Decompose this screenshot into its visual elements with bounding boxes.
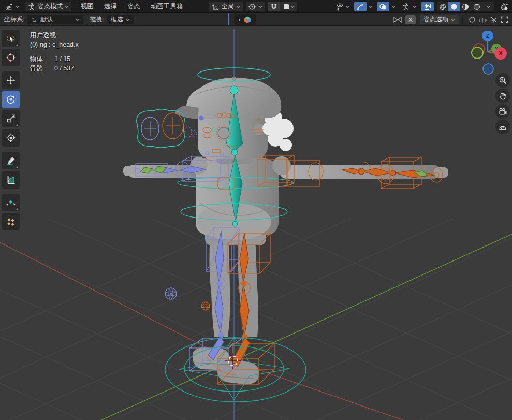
snap-cross-icon[interactable] xyxy=(488,15,499,24)
gizmo-dropdown[interactable] xyxy=(367,2,375,11)
snapping-group xyxy=(268,2,297,11)
armature-display-button[interactable] xyxy=(400,2,418,11)
mode-label: 姿态模式 xyxy=(38,2,63,11)
menu-pose[interactable]: 姿态 xyxy=(122,0,145,13)
viewport-header: 姿态模式 视图 选择 姿态 动画工具箱 全局 xyxy=(0,0,512,13)
tool-keyframe-diamonds[interactable] xyxy=(2,213,20,230)
navigation-gizmo[interactable]: Y Z X xyxy=(464,31,512,76)
svg-text:X: X xyxy=(499,50,503,56)
axis-x-ball[interactable]: X xyxy=(494,47,507,60)
svg-text:Z: Z xyxy=(486,33,490,39)
drag-label: 拖拽: xyxy=(90,15,104,24)
tool-pose-breakdowner[interactable] xyxy=(2,194,20,211)
stat-bones: 骨骼 0 / 537 xyxy=(30,64,79,73)
custom-orientation-icon xyxy=(31,16,38,23)
armature-figure-icon xyxy=(402,3,410,11)
shading-solid-button[interactable] xyxy=(448,2,460,11)
coord-system-value: 默认 xyxy=(40,15,73,24)
pan-button[interactable] xyxy=(495,89,510,103)
transform-orientation-select[interactable]: 全局 xyxy=(209,2,243,11)
shading-mode-group xyxy=(437,2,494,11)
coord-label: 坐标系: xyxy=(4,15,24,24)
tool-transform[interactable] xyxy=(2,129,20,147)
shading-rendered-button[interactable] xyxy=(471,2,482,11)
ortho-toggle-button[interactable] xyxy=(495,120,510,134)
editor-type-icon xyxy=(5,3,13,11)
zoom-button[interactable] xyxy=(495,73,510,88)
snap-target-icon xyxy=(282,3,290,11)
visibility-filter-button[interactable] xyxy=(333,2,352,11)
snap-target-select[interactable] xyxy=(280,2,297,11)
menu-view[interactable]: 视图 xyxy=(76,0,99,13)
shading-rendered-icon xyxy=(473,3,481,11)
region-splitter[interactable] xyxy=(228,13,229,25)
drag-mode-select[interactable]: 框选 xyxy=(107,15,134,24)
3d-scene[interactable] xyxy=(0,26,512,420)
falloff-comb-icon[interactable] xyxy=(477,15,488,24)
axis-neg-y-ball[interactable] xyxy=(472,47,483,59)
shading-wireframe-icon xyxy=(438,3,447,11)
pan-hand-icon xyxy=(499,92,507,100)
separator xyxy=(462,16,463,24)
menu-animation-toolbox[interactable]: 动画工具箱 xyxy=(145,0,188,13)
show-gizmo-toggle[interactable] xyxy=(354,2,367,11)
droplet-button[interactable] xyxy=(498,2,510,11)
pivot-point-select[interactable] xyxy=(246,2,265,11)
overlays-dropdown[interactable] xyxy=(389,2,398,11)
axis-z-ball[interactable]: Z xyxy=(482,31,493,41)
xray-toggle-icon xyxy=(423,3,432,11)
gizmo-toggle-icon xyxy=(356,3,364,11)
camera-view-button[interactable] xyxy=(495,104,510,119)
tool-settings-bar: 坐标系: 默认 拖拽: 框选 › xyxy=(0,13,512,26)
blender-window: 姿态模式 视图 选择 姿态 动画工具箱 全局 xyxy=(0,0,512,420)
coord-system-select[interactable]: 默认 xyxy=(27,15,83,24)
tool-scale[interactable] xyxy=(2,110,20,127)
snap-toggle[interactable] xyxy=(268,2,280,11)
ortho-grid-icon xyxy=(498,123,507,132)
orientation-label: 全局 xyxy=(222,2,234,11)
viewport-nav-buttons xyxy=(495,73,510,134)
active-object-label: (0) rig : c_head.x xyxy=(30,40,79,49)
pose-options-label: 姿态选项 xyxy=(423,15,448,24)
show-overlays-toggle[interactable] xyxy=(377,2,389,11)
spectrum-cube-icon xyxy=(243,16,252,24)
droplet-icon xyxy=(500,3,508,11)
view-perspective-label: 用户透视 xyxy=(30,31,79,40)
menu-bar: 视图 选择 姿态 动画工具箱 xyxy=(76,0,188,13)
tool-cursor[interactable] xyxy=(2,49,20,66)
mode-selector[interactable]: 姿态模式 xyxy=(25,2,71,11)
xray-toggle[interactable] xyxy=(421,2,434,11)
zoom-plus-icon xyxy=(499,76,507,85)
3d-viewport[interactable]: 用户透视 (0) rig : c_head.x 物体 1 / 15 骨骼 0 /… xyxy=(0,26,512,420)
editor-type-button[interactable] xyxy=(3,2,21,11)
viewport-info-overlay: 用户透视 (0) rig : c_head.x 物体 1 / 15 骨骼 0 /… xyxy=(30,31,79,73)
orientation-axes-icon xyxy=(211,3,220,11)
expand-chevron-icon: › xyxy=(238,16,240,23)
pivot-point-icon xyxy=(248,3,256,11)
pose-figure-icon xyxy=(27,3,36,11)
tool-move[interactable] xyxy=(2,71,20,89)
circle-icon[interactable] xyxy=(466,15,477,24)
menu-select[interactable]: 选择 xyxy=(99,0,122,13)
axis-neg-z-ball[interactable] xyxy=(483,64,493,74)
shading-dropdown[interactable] xyxy=(482,2,494,11)
snap-magnet-icon xyxy=(270,3,278,11)
mirror-x-toggle[interactable]: X xyxy=(405,15,416,24)
shading-wireframe-button[interactable] xyxy=(437,2,448,11)
toolbar xyxy=(2,30,21,232)
fullscreen-brackets-icon[interactable] xyxy=(499,15,510,24)
camera-view-icon xyxy=(498,107,507,116)
stat-objects: 物体 1 / 15 xyxy=(30,54,79,64)
tool-box-select[interactable] xyxy=(2,30,20,47)
tool-measure[interactable] xyxy=(2,171,20,189)
shading-material-button[interactable] xyxy=(460,2,471,11)
shading-material-icon xyxy=(461,3,470,11)
mirror-bowtie-icon[interactable] xyxy=(392,15,403,24)
pose-options-select[interactable]: 姿态选项 xyxy=(420,15,459,24)
visibility-pointer-eye-icon xyxy=(335,3,344,11)
drag-mode-value: 框选 xyxy=(111,15,123,24)
tool-annotate[interactable] xyxy=(2,152,20,169)
tool-rotate[interactable] xyxy=(2,91,20,108)
shading-solid-icon xyxy=(450,3,458,11)
collapsed-panel[interactable]: › xyxy=(234,14,256,25)
